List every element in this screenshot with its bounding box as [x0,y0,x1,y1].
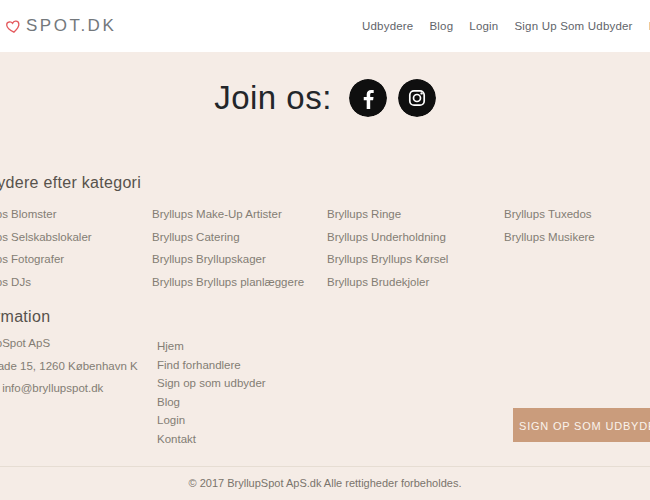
sign-up-udbyder-button[interactable]: SIGN OP SOM UDBYDER [513,408,650,442]
nav-item-signup-udbyder[interactable]: Sign Up Som Udbyder [514,20,632,32]
join-us-section: Join os: [0,79,650,117]
footer-link-find-forhandlere[interactable]: Find forhandlere [157,356,266,375]
main-nav: Udbydere Blog Login Sign Up Som Udbyder … [362,0,650,52]
category-link[interactable]: Bryllups Fotografer [0,248,152,271]
logo-text: SPOT.DK [26,16,116,36]
nav-item-udbydere[interactable]: Udbydere [362,20,413,32]
company-info-block: BryllupSpot ApS Bredgade 15, 1260 Københ… [0,332,138,400]
site-logo[interactable]: SPOT.DK [0,12,116,40]
categories-grid: Bryllups Blomster Bryllups Selskabslokal… [0,203,650,293]
footer-link-kontakt[interactable]: Kontakt [157,430,266,449]
category-link[interactable]: Bryllups Make-Up Artister [152,203,327,226]
category-link[interactable]: Bryllups Ringe [327,203,504,226]
categories-column-2: Bryllups Make-Up Artister Bryllups Cater… [152,203,327,293]
categories-heading: Udbydere efter kategori [0,174,141,192]
heart-icon [4,17,22,35]
categories-column-3: Bryllups Ringe Bryllups Underholdning Br… [327,203,504,293]
category-link[interactable]: Bryllups Bryllups Kørsel [327,248,504,271]
facebook-icon[interactable] [349,79,387,117]
category-link[interactable]: Bryllups Catering [152,226,327,249]
category-link[interactable]: Bryllups Bryllupskager [152,248,327,271]
company-email[interactable]: Email: info@bryllupspot.dk [0,377,138,400]
categories-column-1: Bryllups Blomster Bryllups Selskabslokal… [0,203,152,293]
footer-link-hjem[interactable]: Hjem [157,337,266,356]
company-address: Bredgade 15, 1260 København K [0,355,138,378]
category-link[interactable]: Bryllups Underholdning [327,226,504,249]
nav-item-blog[interactable]: Blog [429,20,453,32]
join-us-title: Join os: [214,79,332,117]
top-nav-bar: SPOT.DK Udbydere Blog Login Sign Up Som … [0,0,650,52]
categories-column-4: Bryllups Tuxedos Bryllups Musikere [504,203,650,293]
category-link[interactable]: Bryllups Blomster [0,203,152,226]
category-link[interactable]: Bryllups Brudekjoler [327,271,504,294]
category-link[interactable]: Bryllups Selskabslokaler [0,226,152,249]
footer-link-sign-op[interactable]: Sign op som udbyder [157,374,266,393]
information-heading: Information [0,308,50,326]
instagram-icon[interactable] [398,79,436,117]
category-link[interactable]: Bryllups Bryllups planlæggere [152,271,327,294]
footer-link-blog[interactable]: Blog [157,393,266,412]
category-link[interactable]: Bryllups DJs [0,271,152,294]
footer-divider [0,466,650,467]
company-name: BryllupSpot ApS [0,332,138,355]
nav-item-login[interactable]: Login [469,20,498,32]
category-link[interactable]: Bryllups Tuxedos [504,203,650,226]
category-link[interactable]: Bryllups Musikere [504,226,650,249]
footer-links-block: Hjem Find forhandlere Sign op som udbyde… [157,337,266,449]
page: SPOT.DK Udbydere Blog Login Sign Up Som … [0,0,650,500]
copyright-text: © 2017 BryllupSpot ApS.dk Alle rettighed… [0,477,650,489]
footer-link-login[interactable]: Login [157,411,266,430]
